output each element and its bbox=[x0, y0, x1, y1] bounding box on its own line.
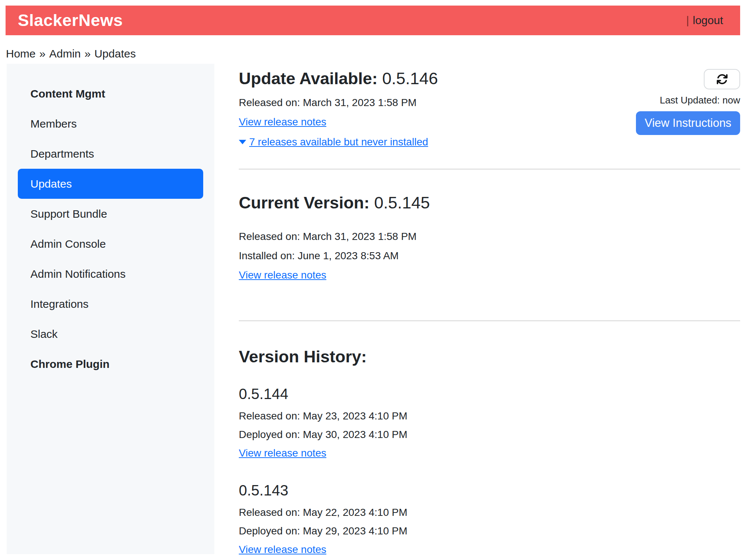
breadcrumb-updates[interactable]: Updates bbox=[94, 47, 136, 60]
breadcrumb-admin[interactable]: Admin bbox=[49, 47, 81, 60]
releases-toggle-link[interactable]: 7 releases available but never installed bbox=[239, 136, 428, 148]
history-deployed-on: Deployed on: May 29, 2023 4:10 PM bbox=[239, 525, 740, 537]
current-version-section: Current Version: 0.5.145 Released on: Ma… bbox=[239, 193, 740, 288]
version-history-section: Version History: 0.5.144 Released on: Ma… bbox=[239, 347, 740, 560]
sidebar-item-admin-notifications[interactable]: Admin Notifications bbox=[18, 259, 203, 289]
refresh-icon bbox=[716, 73, 728, 85]
releases-toggle-label: 7 releases available but never installed bbox=[249, 136, 428, 148]
current-release-notes-link[interactable]: View release notes bbox=[239, 269, 326, 281]
history-version-number: 0.5.144 bbox=[239, 386, 740, 402]
breadcrumb-separator: » bbox=[85, 47, 91, 60]
section-divider bbox=[239, 320, 740, 321]
logout-link[interactable]: logout bbox=[693, 14, 723, 27]
app-title: SlackerNews bbox=[18, 11, 123, 30]
current-released-on: Released on: March 31, 2023 1:58 PM bbox=[239, 230, 740, 243]
sidebar-item-slack[interactable]: Slack bbox=[18, 319, 203, 349]
page: SlackerNews | logout Home»Admin»Updates … bbox=[0, 0, 752, 560]
last-updated-text: Last Updated: now bbox=[660, 95, 740, 106]
update-release-notes-link[interactable]: View release notes bbox=[239, 116, 326, 128]
current-version-heading: Current Version: 0.5.145 bbox=[239, 193, 740, 213]
update-controls: Last Updated: now View Instructions bbox=[636, 69, 740, 135]
sidebar-item-content-mgmt[interactable]: Content Mgmt bbox=[18, 79, 203, 109]
update-available-label: Update Available: bbox=[239, 69, 377, 88]
sidebar-item-updates[interactable]: Updates bbox=[18, 169, 203, 199]
update-released-on: Released on: March 31, 2023 1:58 PM bbox=[239, 96, 438, 109]
sidebar-item-chrome-plugin[interactable]: Chrome Plugin bbox=[18, 349, 203, 379]
history-version-number: 0.5.143 bbox=[239, 482, 740, 499]
sidebar-item-admin-console[interactable]: Admin Console bbox=[18, 229, 203, 259]
update-available-row: Update Available: 0.5.146 Released on: M… bbox=[239, 69, 740, 148]
history-released-on: Released on: May 23, 2023 4:10 PM bbox=[239, 410, 740, 422]
logout-separator: | bbox=[686, 14, 689, 27]
sidebar-item-support-bundle[interactable]: Support Bundle bbox=[18, 199, 203, 229]
version-history-heading: Version History: bbox=[239, 347, 740, 366]
update-available-version: 0.5.146 bbox=[382, 69, 438, 88]
history-release-notes-link[interactable]: View release notes bbox=[239, 544, 326, 556]
history-deployed-on: Deployed on: May 30, 2023 4:10 PM bbox=[239, 428, 740, 441]
releases-toggle-line: 7 releases available but never installed bbox=[239, 136, 438, 148]
history-released-on: Released on: May 22, 2023 4:10 PM bbox=[239, 506, 740, 519]
breadcrumb-separator: » bbox=[39, 47, 46, 60]
current-version-number: 0.5.145 bbox=[374, 193, 430, 212]
update-available-section: Update Available: 0.5.146 Released on: M… bbox=[239, 69, 438, 148]
current-installed-on: Installed on: June 1, 2023 8:53 AM bbox=[239, 250, 740, 262]
breadcrumb-home[interactable]: Home bbox=[6, 47, 36, 60]
caret-down-icon bbox=[239, 140, 246, 144]
view-instructions-button[interactable]: View Instructions bbox=[636, 111, 740, 135]
history-release-notes-link[interactable]: View release notes bbox=[239, 447, 326, 459]
version-history-entry: 0.5.143 Released on: May 22, 2023 4:10 P… bbox=[239, 482, 740, 560]
sidebar-item-integrations[interactable]: Integrations bbox=[18, 289, 203, 319]
sidebar: Content Mgmt Members Departments Updates… bbox=[7, 64, 214, 554]
update-available-heading: Update Available: 0.5.146 bbox=[239, 69, 438, 88]
logout-area: | logout bbox=[686, 14, 723, 27]
current-version-label: Current Version: bbox=[239, 193, 370, 212]
main-content: Update Available: 0.5.146 Released on: M… bbox=[214, 64, 740, 560]
version-history-entry: 0.5.144 Released on: May 23, 2023 4:10 P… bbox=[239, 386, 740, 466]
sidebar-item-members[interactable]: Members bbox=[18, 109, 203, 139]
sidebar-item-departments[interactable]: Departments bbox=[18, 139, 203, 169]
app-header: SlackerNews | logout bbox=[6, 6, 740, 35]
layout: Content Mgmt Members Departments Updates… bbox=[6, 64, 740, 560]
breadcrumb: Home»Admin»Updates bbox=[6, 47, 740, 60]
section-divider bbox=[239, 169, 740, 169]
refresh-button[interactable] bbox=[704, 69, 740, 89]
